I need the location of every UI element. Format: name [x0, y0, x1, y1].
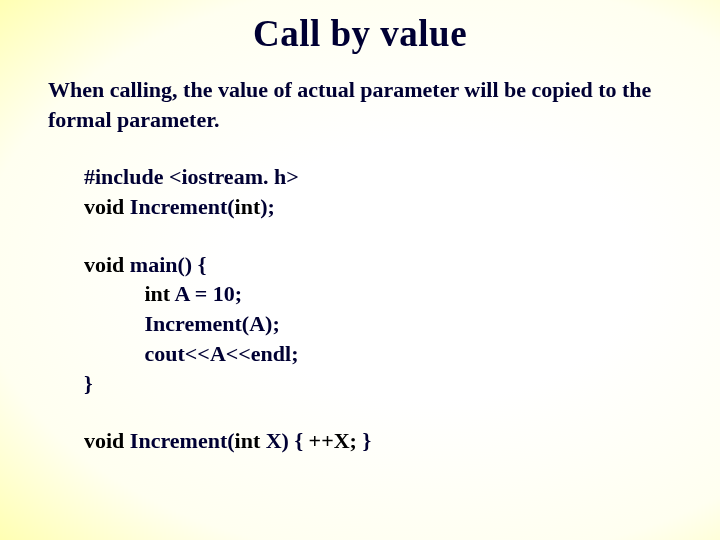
code-line-proto: void Increment(int);: [84, 192, 720, 222]
code-line-include: #include <iostream. h>: [84, 162, 720, 192]
spacer: [84, 222, 720, 250]
code-line-call: Increment(A);: [84, 309, 720, 339]
kw-int: int: [235, 194, 261, 219]
slide-title: Call by value: [0, 12, 720, 55]
txt-main: main() {: [124, 252, 206, 277]
kw-int: int: [235, 428, 261, 453]
kw-int: int: [84, 281, 170, 306]
code-line-cout: cout<<A<<endl;: [84, 339, 720, 369]
code-line-def: void Increment(int X) { ++X; }: [84, 426, 720, 456]
kw-void: void: [84, 194, 124, 219]
txt-def-2b: ++X;: [309, 428, 363, 453]
spacer: [0, 134, 720, 162]
kw-void: void: [84, 252, 124, 277]
txt-def-2a: X) {: [260, 428, 308, 453]
code-line-decl: int A = 10;: [84, 279, 720, 309]
txt-proto-2: );: [260, 194, 275, 219]
code-line-close: }: [84, 369, 720, 399]
kw-void: void: [84, 428, 124, 453]
intro-text: When calling, the value of actual parame…: [48, 75, 668, 134]
code-block: #include <iostream. h> void Increment(in…: [84, 162, 720, 456]
txt-def-1: Increment(: [124, 428, 234, 453]
txt-def-2c: }: [362, 428, 371, 453]
code-line-main: void main() {: [84, 250, 720, 280]
txt-proto-1: Increment(: [124, 194, 234, 219]
spacer: [84, 398, 720, 426]
txt-decl: A = 10;: [170, 281, 242, 306]
